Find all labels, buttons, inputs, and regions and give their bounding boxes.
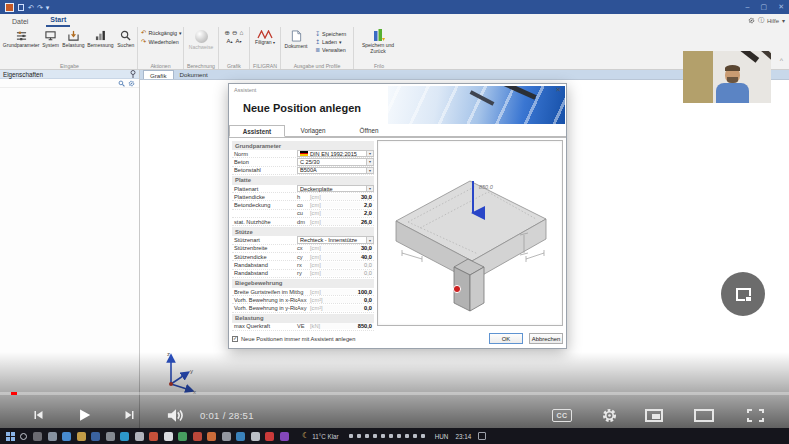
value-input[interactable]: [cm]40,0 <box>310 254 374 260</box>
close-window-button[interactable]: ✕ <box>778 3 784 11</box>
panel-search-icon[interactable] <box>118 80 125 87</box>
laden-dropdown-icon[interactable]: ▾ <box>339 39 342 45</box>
play-button[interactable] <box>69 402 99 428</box>
tab-start[interactable]: Start <box>46 15 70 27</box>
tray-icon[interactable] <box>413 434 417 438</box>
filigran-button[interactable]: Filigran ▾ <box>250 39 280 45</box>
taskbar-app-icon[interactable] <box>91 432 100 441</box>
taskbar-app-icon[interactable] <box>251 432 260 441</box>
help-dropdown-icon[interactable]: ▾ <box>782 17 785 24</box>
next-button[interactable] <box>116 402 144 428</box>
system-button[interactable]: System <box>41 28 61 58</box>
value-input[interactable]: [cm]0,0 <box>310 270 374 276</box>
tray-icon[interactable] <box>397 434 401 438</box>
taskbar-app-icon[interactable] <box>135 432 144 441</box>
dropdown-arrow-icon[interactable]: ▾ <box>366 168 373 173</box>
minimize-button[interactable]: – <box>746 3 750 11</box>
value-input[interactable]: [cm]26,0 <box>310 219 374 225</box>
quickaccess-dropdown-icon[interactable]: ▾ <box>46 3 50 12</box>
nachweise-sphere-icon[interactable] <box>195 30 208 43</box>
belastung-button[interactable]: Belastung <box>61 28 86 58</box>
bemessung-button[interactable]: Bemessung <box>86 28 114 58</box>
tab-dokument[interactable]: Dokument <box>174 70 214 79</box>
tray-icon[interactable] <box>381 434 385 438</box>
value-input[interactable]: [cm²]0,0 <box>310 297 374 303</box>
combo-field[interactable]: B500A▾ <box>297 167 374 174</box>
undo-icon[interactable]: ↶ <box>28 3 34 12</box>
ok-button[interactable]: OK <box>489 333 523 344</box>
taskbar-app-icon[interactable] <box>178 432 187 441</box>
value-input[interactable]: [kN]850,0 <box>310 323 374 329</box>
maximize-button[interactable]: ▢ <box>761 3 768 11</box>
start-button[interactable] <box>6 432 15 441</box>
taskbar-app-icon[interactable] <box>265 432 274 441</box>
undo-button[interactable]: ↶ Rückgängig ▾ <box>138 28 183 37</box>
gear-icon[interactable] <box>748 17 755 24</box>
value-input[interactable]: [cm]2,0 <box>310 210 374 216</box>
dialog-close-icon[interactable]: ✕ <box>556 86 561 94</box>
miniplayer-button[interactable] <box>641 402 667 428</box>
language-indicator[interactable]: HUN <box>435 433 449 440</box>
ribbon-collapse-icon[interactable]: ^ <box>780 57 783 64</box>
laden-button[interactable]: ↥ Laden ▾ <box>312 38 346 46</box>
combo-field[interactable]: Deckenplatte▾ <box>297 185 374 192</box>
value-input[interactable]: [cm²]0,0 <box>310 305 374 311</box>
taskbar-app-icon[interactable] <box>236 432 245 441</box>
combo-field[interactable]: DIN EN 1992:2015▾ <box>297 150 374 157</box>
zoom-out-icon[interactable]: ⊖ <box>232 29 237 37</box>
tray-icon[interactable] <box>421 434 425 438</box>
dialog-tab-assistent[interactable]: Assistent <box>229 125 285 137</box>
progress-bar[interactable] <box>0 392 789 395</box>
tray-icon[interactable] <box>405 434 409 438</box>
previous-button[interactable] <box>24 402 52 428</box>
taskbar-app-icon[interactable] <box>222 432 231 441</box>
value-input[interactable]: [cm]2,0 <box>310 202 374 208</box>
dokument-button[interactable]: Dokument <box>283 28 309 54</box>
taskbar-app-icon[interactable] <box>193 432 202 441</box>
dropdown-arrow-icon[interactable]: ▾ <box>366 159 373 164</box>
font-increase-icon[interactable]: A▴ <box>226 38 232 44</box>
dropdown-arrow-icon[interactable]: ▾ <box>366 186 373 191</box>
taskbar-app-icon[interactable] <box>106 432 115 441</box>
taskbar-app-icon[interactable] <box>120 432 129 441</box>
settings-button[interactable] <box>596 402 622 428</box>
value-input[interactable]: [cm]30,0 <box>310 194 374 200</box>
taskbar-app-icon[interactable] <box>280 432 289 441</box>
taskbar-app-icon[interactable] <box>77 432 86 441</box>
speichern-und-zurueck-button[interactable]: Speichern und Zurück <box>354 29 404 54</box>
suchen-button[interactable]: Suchen <box>115 28 137 58</box>
tray-icon[interactable] <box>373 434 377 438</box>
fullscreen-button[interactable] <box>742 402 768 428</box>
verwalten-button[interactable]: ≣ Verwalten <box>312 46 346 54</box>
redo-icon[interactable]: ↷ <box>37 3 43 12</box>
combo-field[interactable]: Rechteck - Innenstütze▾ <box>297 236 374 243</box>
dialog-tab-oeffnen[interactable]: Öffnen <box>341 125 397 137</box>
value-input[interactable]: [cm]0,0 <box>310 262 374 268</box>
clock[interactable]: 23:14 <box>455 433 471 440</box>
taskbar-app-icon[interactable] <box>33 432 42 441</box>
undo-dropdown-icon[interactable]: ▾ <box>179 30 182 36</box>
speichern-button[interactable]: ↧ Speichern <box>312 30 346 38</box>
tray-icon[interactable] <box>349 434 353 438</box>
tray-icon[interactable] <box>389 434 393 438</box>
filigran-icon[interactable] <box>257 30 273 39</box>
dialog-tab-vorlagen[interactable]: Vorlagen <box>285 125 341 137</box>
value-input[interactable]: [cm]30,0 <box>310 245 374 251</box>
new-document-icon[interactable] <box>18 4 24 11</box>
theater-mode-button[interactable] <box>691 402 717 428</box>
pip-button[interactable] <box>721 272 765 316</box>
help-button[interactable]: Hilfe <box>767 18 779 24</box>
tab-grafik[interactable]: Grafik <box>143 70 174 79</box>
tray-icon[interactable] <box>357 434 361 438</box>
combo-field[interactable]: C 25/30▾ <box>297 158 374 165</box>
weather-widget[interactable]: ☾ 11°C Klar <box>302 432 339 440</box>
taskbar-app-icon[interactable] <box>207 432 216 441</box>
panel-gear-icon[interactable] <box>128 80 135 87</box>
assistant-checkbox[interactable]: ✓ <box>232 336 238 342</box>
dropdown-arrow-icon[interactable]: ▾ <box>366 151 373 156</box>
zoom-in-icon[interactable]: ⊕ <box>225 29 230 37</box>
tab-datei[interactable]: Datei <box>8 17 32 27</box>
dropdown-arrow-icon[interactable]: ▾ <box>366 237 373 242</box>
taskbar-app-icon[interactable] <box>62 432 71 441</box>
taskbar-search-icon[interactable] <box>20 433 27 440</box>
